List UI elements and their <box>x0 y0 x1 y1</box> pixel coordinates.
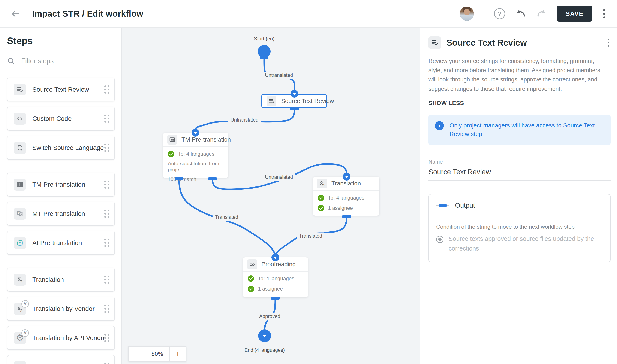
drag-handle-icon[interactable] <box>104 85 109 93</box>
drag-handle-icon[interactable] <box>104 144 109 152</box>
step-card-translation-by-api-vendor[interactable]: ⚙ V Translation by API Vendor <box>7 326 115 350</box>
source-text-review-icon <box>429 36 441 49</box>
search-icon <box>7 57 15 65</box>
step-label: Translation by Vendor <box>32 305 104 312</box>
drag-handle-icon[interactable] <box>104 334 109 342</box>
output-title: Output <box>455 202 475 209</box>
redo-button[interactable] <box>536 8 547 19</box>
tm-pre-translation-icon <box>14 179 26 191</box>
step-card-tm-pre-translation[interactable]: TM Pre-translation <box>7 173 115 196</box>
check-icon <box>318 195 324 201</box>
node-detail: To: 4 languages <box>258 275 294 282</box>
output-card-body: Condition of the string to move to the n… <box>429 217 610 262</box>
vendor-badge: V <box>21 300 29 308</box>
node-detail-row: Auto-substitution: from proje… <box>168 161 223 173</box>
steps-sidebar: Steps Source Text Review Custom Code <box>0 28 121 364</box>
show-less-link[interactable]: SHOW LESS <box>429 100 464 107</box>
filter-steps-input[interactable] <box>21 57 115 65</box>
node-output-connector[interactable] <box>342 215 351 218</box>
undo-button[interactable] <box>515 8 526 19</box>
zoom-level: 80% <box>145 346 169 362</box>
node-detail-row: To: 4 languages <box>318 194 375 201</box>
start-node[interactable] <box>258 45 270 58</box>
back-arrow-icon <box>11 9 20 19</box>
edge-label: Untranslated <box>262 174 295 181</box>
custom-code-icon <box>14 113 26 125</box>
workflow-canvas[interactable]: Start (en) Untranslated Untranslated Unt… <box>121 28 420 364</box>
radio-selected-icon[interactable] <box>436 236 443 243</box>
check-icon <box>168 151 174 157</box>
end-node[interactable] <box>258 329 271 342</box>
edge-arrow-icon <box>291 90 298 98</box>
step-card-source-text-review[interactable]: Source Text Review <box>7 78 115 102</box>
step-label: Source Text Review <box>32 86 104 93</box>
node-title: Translation <box>331 180 361 187</box>
more-options-button[interactable] <box>602 8 606 20</box>
node-proofreading[interactable]: Proofreading To: 4 languages 1 assignee <box>243 257 308 297</box>
drag-handle-icon[interactable] <box>104 181 109 189</box>
check-icon <box>318 205 324 211</box>
help-icon: ? <box>494 8 505 19</box>
step-card-custom-code[interactable]: Custom Code <box>7 107 115 130</box>
step-list: Source Text Review Custom Code Switch So… <box>7 78 115 364</box>
step-card-translation-by-vendor[interactable]: A V Translation by Vendor <box>7 297 115 321</box>
node-body: To: 4 languages Auto-substitution: from … <box>163 146 228 185</box>
help-button[interactable]: ? <box>494 8 505 19</box>
output-card: Output Condition of the string to move t… <box>429 194 611 262</box>
source-text-review-icon <box>267 96 276 106</box>
undo-icon <box>515 8 526 19</box>
node-output-connector[interactable] <box>290 107 299 110</box>
drag-handle-icon[interactable] <box>104 275 109 284</box>
node-output-connector[interactable] <box>208 177 217 180</box>
name-field[interactable] <box>429 168 611 181</box>
step-card-ai-pre-translation[interactable]: AI Pre-translation <box>7 231 115 255</box>
check-icon <box>248 286 254 292</box>
divider <box>484 7 484 21</box>
end-node-label: End (4 languages) <box>244 347 285 353</box>
node-output-connector[interactable] <box>175 177 183 180</box>
zoom-in-button[interactable]: + <box>169 346 186 362</box>
drag-handle-icon[interactable] <box>104 363 109 364</box>
ai-pre-translation-icon <box>14 237 26 249</box>
node-translation[interactable]: A Translation To: 4 languages 1 assignee <box>313 177 379 216</box>
workflow-editor-app: Impact STR / Edit workflow ? SAVE Steps <box>0 0 617 364</box>
drag-handle-icon[interactable] <box>104 305 109 313</box>
top-bar: Impact STR / Edit workflow ? SAVE <box>0 0 617 28</box>
start-node-label: Start (en) <box>254 36 274 42</box>
edge-label: Translated <box>213 214 241 221</box>
vendor-badge: V <box>21 329 29 337</box>
edge-label: Approved <box>257 313 283 320</box>
node-detail: To: 4 languages <box>328 195 364 201</box>
edge-arrow-icon <box>271 254 279 261</box>
end-arrow-icon <box>262 335 267 338</box>
drag-handle-icon[interactable] <box>104 210 109 218</box>
node-title: Source Text Review <box>281 98 334 104</box>
node-detail-row: To: 4 languages <box>248 275 303 282</box>
step-card-mt-pre-translation[interactable]: G MT Pre-translation <box>7 202 115 226</box>
node-title: TM Pre-translation <box>181 136 231 143</box>
start-node-connector[interactable] <box>260 56 268 59</box>
node-output-connector[interactable] <box>271 297 280 299</box>
node-body: To: 4 languages 1 assignee <box>243 271 308 295</box>
node-detail-row: 1 assignee <box>248 285 303 292</box>
node-tm-pre-translation[interactable]: TM Pre-translation To: 4 languages Auto-… <box>163 133 228 178</box>
step-label: MT Pre-translation <box>32 210 104 217</box>
back-button[interactable] <box>9 7 22 20</box>
zoom-out-button[interactable]: − <box>128 346 145 362</box>
drag-handle-icon[interactable] <box>104 115 109 123</box>
svg-text:A: A <box>323 183 324 186</box>
step-card-crowdsourcing[interactable]: Crowdsourcing <box>7 355 115 364</box>
source-text-review-icon <box>14 83 26 95</box>
step-label: Switch Source Language <box>32 144 104 151</box>
step-card-switch-source-language[interactable]: Switch Source Language <box>7 136 115 160</box>
save-button[interactable]: SAVE <box>557 6 592 22</box>
step-options-button[interactable] <box>606 37 611 48</box>
avatar[interactable] <box>460 7 474 21</box>
step-card-translation[interactable]: A Translation <box>7 268 115 292</box>
switch-source-language-icon <box>14 142 26 154</box>
top-bar-actions: ? SAVE <box>460 6 617 22</box>
drag-handle-icon[interactable] <box>104 239 109 247</box>
check-icon <box>248 275 254 282</box>
step-label: TM Pre-translation <box>32 181 104 188</box>
panel-header: Source Text Review <box>429 36 611 49</box>
